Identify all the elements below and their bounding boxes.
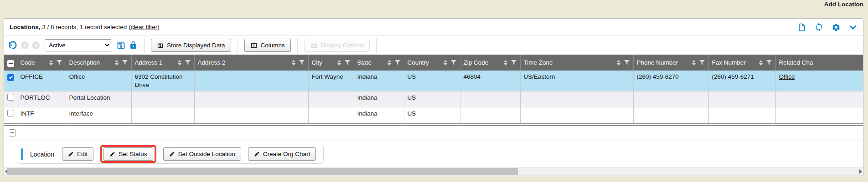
table-header-row: Code Description Address 1 Address 2 Cit… <box>4 55 863 71</box>
sort-icon[interactable] <box>388 60 391 66</box>
create-org-chart-button[interactable]: Create Org Chart <box>248 147 316 161</box>
sort-icon[interactable] <box>49 60 53 66</box>
filter-icon[interactable] <box>122 60 128 66</box>
cell-description: Portal Location <box>66 91 131 107</box>
column-header-address2: Address 2 <box>198 59 226 66</box>
select-all-checkbox[interactable] <box>7 60 14 67</box>
filter-icon[interactable] <box>451 60 457 66</box>
cell-city <box>308 91 354 107</box>
scroll-right-icon[interactable] <box>859 169 862 174</box>
cell-zipcode <box>460 107 520 123</box>
column-header-timezone: Time Zone <box>524 59 553 66</box>
sort-icon[interactable] <box>692 60 696 66</box>
chevron-down-icon[interactable] <box>848 23 858 32</box>
sort-icon[interactable] <box>292 60 295 66</box>
display-options-label: Display Options <box>321 42 364 49</box>
cell-timezone <box>520 91 633 107</box>
column-header-zipcode: Zip Code <box>464 59 489 66</box>
column-header-city: City <box>312 59 322 66</box>
cell-state: Indiana <box>354 91 404 107</box>
sort-icon[interactable] <box>504 60 507 66</box>
cell-description: Interface <box>66 107 131 123</box>
table-row[interactable]: PORTLOC Portal Location Indiana US <box>4 91 863 107</box>
row-checkbox-checked[interactable] <box>7 74 14 81</box>
sort-icon[interactable] <box>617 60 620 66</box>
table-row[interactable]: INTF Interface Indiana US <box>4 107 863 123</box>
collapse-row <box>4 126 863 141</box>
cell-code: INTF <box>17 107 66 123</box>
gear-icon[interactable] <box>832 23 841 32</box>
cell-phone <box>633 107 708 123</box>
filter-icon[interactable] <box>511 60 517 66</box>
panel-header-icons <box>797 22 858 32</box>
sort-icon[interactable] <box>178 60 181 66</box>
cell-city: Fort Wayne <box>308 71 354 91</box>
columns-button[interactable]: Columns <box>244 39 291 52</box>
filter-icon[interactable] <box>699 60 705 66</box>
clear-filter-link[interactable]: clear filter <box>131 24 158 30</box>
filter-icon[interactable] <box>395 60 401 66</box>
filter-icon[interactable] <box>345 60 351 66</box>
locations-table: Code Description Address 1 Address 2 Cit… <box>4 55 863 123</box>
table-row[interactable]: OFFICE Office 6302 Constitution Drive Fo… <box>4 71 863 91</box>
refresh-icon[interactable] <box>814 22 824 32</box>
collapse-toggle-icon[interactable] <box>9 129 16 136</box>
filter-icon[interactable] <box>57 60 62 66</box>
row-checkbox[interactable] <box>7 110 14 116</box>
cell-address1: 6302 Constitution Drive <box>131 71 194 91</box>
column-header-description: Description <box>69 59 100 66</box>
panel-title: Locations, 3 / 8 records, 1 record selec… <box>10 24 160 30</box>
columns-label: Columns <box>261 42 285 49</box>
filter-icon[interactable] <box>624 60 630 66</box>
store-displayed-data-button[interactable]: Store Displayed Data <box>151 39 231 52</box>
toolbar: Active Store Displayed Data Columns Disp… <box>4 35 863 55</box>
sort-icon[interactable] <box>759 60 763 66</box>
cell-country: US <box>404 107 460 123</box>
add-location-link[interactable]: Add Location <box>824 1 863 8</box>
sort-icon[interactable] <box>337 60 341 66</box>
related-chart-link[interactable]: Office <box>779 73 795 80</box>
filter-icon[interactable] <box>766 60 772 66</box>
filter-icon[interactable] <box>299 60 305 66</box>
sort-icon[interactable] <box>115 60 119 66</box>
status-filter-select[interactable]: Active <box>45 39 111 51</box>
cell-state: Indiana <box>354 71 404 91</box>
cell-city <box>308 107 354 123</box>
set-outside-location-button[interactable]: Set Outside Location <box>163 147 241 161</box>
cell-code: PORTLOC <box>17 91 66 107</box>
lock-icon[interactable] <box>129 41 138 50</box>
row-checkbox[interactable] <box>7 94 14 101</box>
filter-icon[interactable] <box>185 60 191 66</box>
set-status-label: Set Status <box>119 151 147 157</box>
edit-label: Edit <box>77 151 88 157</box>
horizontal-scrollbar[interactable] <box>4 167 863 176</box>
cell-address1 <box>131 107 194 123</box>
new-page-icon[interactable] <box>797 23 806 32</box>
toolbar-divider <box>144 38 145 53</box>
panel-title-bold: Locations, <box>10 24 41 30</box>
scrollbar-thumb[interactable] <box>7 168 518 175</box>
sort-icon[interactable] <box>444 60 447 66</box>
set-status-highlight: Set Status <box>100 145 156 163</box>
set-status-button[interactable]: Set Status <box>103 147 153 161</box>
cell-phone: (260) 459-6270 <box>633 71 708 91</box>
cell-fax <box>708 107 775 123</box>
create-org-chart-label: Create Org Chart <box>263 151 310 157</box>
column-header-related: Related Cha <box>779 59 813 66</box>
cell-timezone: US/Eastern <box>520 71 633 91</box>
column-header-fax: Fax Number <box>712 59 746 66</box>
undo-icon[interactable] <box>8 40 18 51</box>
records-summary-close: ) <box>157 24 160 30</box>
panel-header: Locations, 3 / 8 records, 1 record selec… <box>4 19 863 35</box>
cell-timezone <box>520 107 633 123</box>
edit-button[interactable]: Edit <box>62 147 93 161</box>
save-icon[interactable] <box>116 40 126 50</box>
prev-icon <box>21 41 29 49</box>
store-displayed-data-label: Store Displayed Data <box>167 42 225 49</box>
cell-state: Indiana <box>354 107 404 123</box>
action-strip: Location Edit Set Status Set Outside Loc… <box>4 141 863 167</box>
column-header-code: Code <box>21 59 35 66</box>
column-header-state: State <box>357 59 372 66</box>
toolbar-divider <box>297 38 298 53</box>
records-summary: 3 / 8 records, 1 record selected ( <box>42 24 130 30</box>
